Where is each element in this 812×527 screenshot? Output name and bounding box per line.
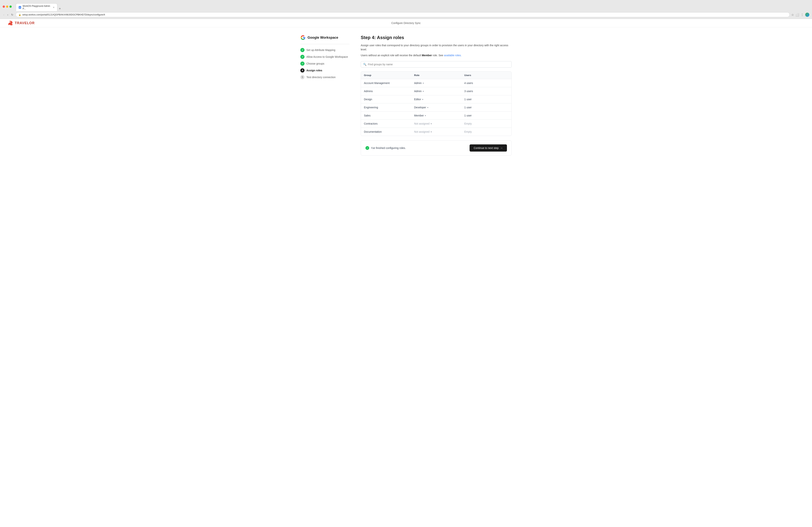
table-header: Group Role Users — [361, 72, 511, 79]
reload-button[interactable]: ↻ — [10, 12, 14, 17]
app-container: TRAVELOR Configure Directory Sync Google… — [0, 19, 812, 527]
main-content: Google Workspace ✓ Set up Attribute Mapp… — [293, 27, 519, 163]
tab-title: WorkOS Playground Admin P... — [23, 5, 51, 10]
header-users: Users — [461, 72, 511, 79]
footer-text: I've finished configuring roles. — [371, 146, 406, 149]
desc2-middle: role. See — [432, 54, 444, 57]
step-description-1: Assign user roles that correspond to you… — [361, 43, 512, 52]
table-row: Contractors Not assigned ▾ Empty — [361, 120, 511, 128]
step-1-indicator: ✓ — [300, 48, 304, 52]
step-2-indicator: ✓ — [300, 55, 304, 59]
header-group: Group — [361, 72, 411, 79]
role-cell: Admin ▾ — [411, 79, 461, 87]
role-cell: Editor ▾ — [411, 95, 461, 103]
role-select[interactable]: Developer ▾ — [414, 106, 428, 109]
users-cell: 1 user — [461, 112, 511, 119]
svg-point-0 — [11, 22, 12, 22]
chevron-down-icon: ▾ — [423, 82, 424, 84]
role-cell: Not assigned ▾ — [411, 128, 461, 136]
desc2-bold: Member — [422, 54, 432, 57]
back-button[interactable]: ‹ — [3, 12, 5, 17]
desc2-prefix: Users without an explicit role will rece… — [361, 54, 422, 57]
group-cell: Engineering — [361, 103, 411, 111]
step-1-label: Set up Attribute Mapping — [306, 48, 335, 52]
group-cell: Account Management — [361, 79, 411, 87]
sidebar-step-2: ✓ Allow Access to Google Workspace — [300, 55, 349, 59]
users-cell: 1 user — [461, 95, 511, 103]
browser-chrome: W WorkOS Playground Admin P... ✕ + ‹ › ↻… — [0, 0, 812, 19]
bookmark-icon[interactable]: ☆ — [791, 13, 794, 17]
tab-favicon: W — [19, 6, 21, 9]
chevron-down-icon: ▾ — [431, 123, 432, 125]
role-select[interactable]: Not assigned ▾ — [414, 122, 432, 125]
table-row: Admins Admin ▾ 3 users — [361, 87, 511, 95]
step-2-label: Allow Access to Google Workspace — [306, 55, 348, 58]
users-cell: 4 users — [461, 79, 511, 87]
chevron-down-icon: ▾ — [422, 98, 423, 100]
available-roles-link[interactable]: available roles. — [444, 54, 462, 57]
table-row: Engineering Developer ▾ 1 user — [361, 103, 511, 112]
sidebar-step-1: ✓ Set up Attribute Mapping — [300, 48, 349, 52]
group-cell: Sales — [361, 112, 411, 119]
chevron-down-icon: ▾ — [425, 115, 426, 117]
step-5-label: Test directory connection — [306, 76, 336, 79]
step-4-label: Assign roles — [306, 69, 322, 72]
fullscreen-traffic-light[interactable] — [10, 5, 12, 8]
users-cell: Empty — [461, 120, 511, 128]
minimize-traffic-light[interactable] — [6, 5, 8, 8]
lock-icon: 🔒 — [18, 14, 21, 16]
users-cell: Empty — [461, 128, 511, 136]
continue-button[interactable]: Continue to next step → — [469, 144, 507, 152]
close-traffic-light[interactable] — [3, 5, 5, 8]
sidebar-provider-name: Google Workspace — [307, 36, 338, 40]
logo: TRAVELOR — [8, 20, 35, 26]
group-cell: Admins — [361, 87, 411, 95]
table-row: Design Editor ▾ 1 user — [361, 95, 511, 103]
address-bar-row: ‹ › ↻ 🔒 setup.workos.com/portal/01J1AQGP… — [0, 11, 812, 19]
role-cell: Not assigned ▾ — [411, 120, 461, 128]
step-3-indicator: ✓ — [300, 61, 304, 66]
table-row: Account Management Admin ▾ 4 users — [361, 79, 511, 87]
more-options-icon[interactable]: ⋮ — [801, 13, 804, 17]
role-select[interactable]: Not assigned ▾ — [414, 130, 432, 133]
role-select[interactable]: Editor ▾ — [414, 98, 423, 101]
sidebar-step-5: 5 Test directory connection — [300, 75, 349, 79]
group-cell: Contractors — [361, 120, 411, 128]
forward-button[interactable]: › — [6, 12, 9, 17]
step-3-label: Choose groups — [306, 62, 324, 65]
profile-avatar[interactable] — [805, 13, 809, 17]
sidebar-steps: ✓ Set up Attribute Mapping ✓ Allow Acces… — [300, 48, 349, 79]
group-cell: Documentation — [361, 128, 411, 136]
tab-close-button[interactable]: ✕ — [53, 6, 55, 9]
role-select[interactable]: Member ▾ — [414, 114, 426, 117]
extensions-icon[interactable]: ⬜ — [795, 13, 799, 17]
step-5-indicator: 5 — [300, 75, 304, 79]
toolbar-icons: ☆ ⬜ ⋮ — [791, 13, 809, 17]
header-role: Role — [411, 72, 461, 79]
header-title: Configure Directory Sync — [391, 22, 421, 25]
sidebar-provider: Google Workspace — [300, 35, 349, 40]
new-tab-button[interactable]: + — [57, 7, 62, 11]
address-bar[interactable]: 🔒 setup.workos.com/portal/01J1AQGPBAKAAW… — [16, 12, 790, 17]
active-tab[interactable]: W WorkOS Playground Admin P... ✕ — [16, 3, 57, 11]
tab-bar: W WorkOS Playground Admin P... ✕ + — [13, 3, 65, 11]
footer-card: ✓ I've finished configuring roles. Conti… — [361, 140, 512, 156]
users-cell: 3 users — [461, 87, 511, 95]
continue-label: Continue to next step — [474, 146, 499, 149]
role-select[interactable]: Admin ▾ — [414, 82, 424, 85]
chevron-down-icon: ▾ — [431, 131, 432, 133]
role-select[interactable]: Admin ▾ — [414, 90, 424, 93]
users-cell: 1 user — [461, 103, 511, 111]
logo-icon — [8, 20, 14, 26]
check-circle-icon: ✓ — [365, 146, 369, 150]
search-input[interactable] — [368, 63, 509, 66]
role-cell: Developer ▾ — [411, 103, 461, 111]
arrow-icon: → — [500, 146, 503, 149]
url-text: setup.workos.com/portal/01J1AQGPBAKAAWJ0… — [22, 13, 787, 16]
table-row: Documentation Not assigned ▾ Empty — [361, 128, 511, 136]
sidebar-step-3: ✓ Choose groups — [300, 61, 349, 66]
main-area: Step 4: Assign roles Assign user roles t… — [361, 35, 512, 156]
traffic-lights — [3, 5, 12, 8]
google-logo — [300, 35, 306, 40]
chevron-down-icon: ▾ — [423, 90, 424, 92]
